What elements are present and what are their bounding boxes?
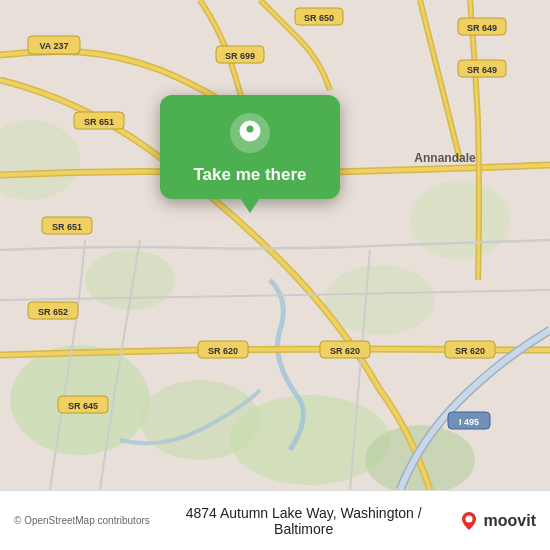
svg-text:I 495: I 495 — [459, 417, 479, 427]
moovit-logo-icon — [458, 510, 480, 532]
svg-text:SR 699: SR 699 — [225, 51, 255, 61]
svg-point-7 — [325, 265, 435, 335]
address-label: 4874 Autumn Lake Way, Washington / Balti… — [158, 505, 450, 537]
svg-text:VA 237: VA 237 — [39, 41, 68, 51]
moovit-logo: moovit — [458, 510, 536, 532]
map-container: VA 237 SR 650 SR 649 SR 649 SR 651 SR 69… — [0, 0, 550, 490]
map-svg: VA 237 SR 650 SR 649 SR 649 SR 651 SR 69… — [0, 0, 550, 490]
svg-text:SR 620: SR 620 — [455, 346, 485, 356]
take-me-there-button[interactable]: Take me there — [193, 165, 306, 185]
svg-text:SR 651: SR 651 — [84, 117, 114, 127]
svg-point-40 — [465, 515, 472, 522]
svg-text:SR 620: SR 620 — [330, 346, 360, 356]
moovit-brand-text: moovit — [484, 512, 536, 530]
svg-point-6 — [410, 180, 510, 260]
map-copyright: © OpenStreetMap contributors — [14, 515, 150, 526]
svg-text:SR 649: SR 649 — [467, 65, 497, 75]
svg-text:SR 650: SR 650 — [304, 13, 334, 23]
location-pin-icon — [228, 111, 272, 155]
svg-text:SR 645: SR 645 — [68, 401, 98, 411]
svg-text:SR 620: SR 620 — [208, 346, 238, 356]
svg-text:SR 649: SR 649 — [467, 23, 497, 33]
svg-text:SR 652: SR 652 — [38, 307, 68, 317]
svg-point-39 — [247, 126, 254, 133]
bottom-bar: © OpenStreetMap contributors 4874 Autumn… — [0, 490, 550, 550]
svg-text:SR 651: SR 651 — [52, 222, 82, 232]
popup-card[interactable]: Take me there — [160, 95, 340, 199]
svg-point-3 — [230, 395, 390, 485]
svg-text:Annandale: Annandale — [414, 151, 476, 165]
